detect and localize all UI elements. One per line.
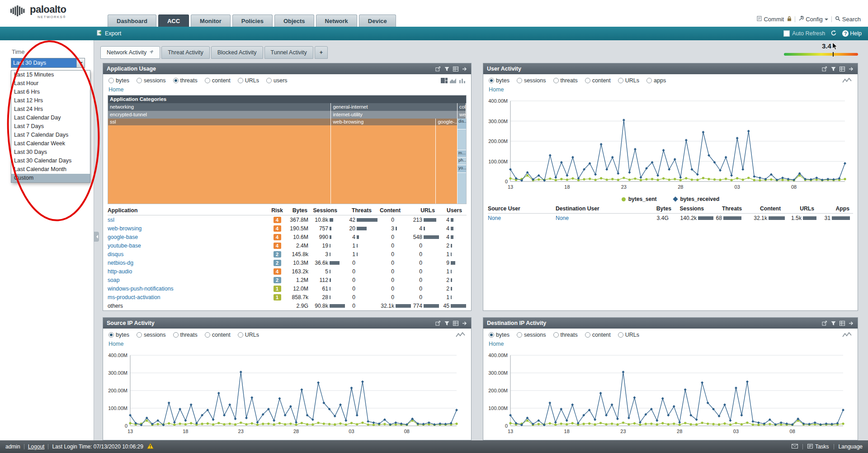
panel-export-icon[interactable] <box>462 321 467 326</box>
maximize-icon[interactable] <box>822 66 827 72</box>
radio-bytes[interactable]: bytes <box>108 332 129 338</box>
column-header-bytes[interactable]: Bytes <box>286 207 312 214</box>
tab-dashboard[interactable]: Dashboard <box>108 14 156 27</box>
time-option-last-12-hrs[interactable]: Last 12 Hrs <box>11 96 90 105</box>
acc-tab-add[interactable]: + <box>315 46 328 59</box>
treemap-block-google[interactable]: google-... <box>436 119 458 204</box>
time-option-last-15-minutes[interactable]: Last 15 Minutes <box>11 71 90 79</box>
panel-export-icon[interactable] <box>849 67 854 72</box>
time-option-last-calendar-day[interactable]: Last Calendar Day <box>11 114 90 122</box>
app-link-soap[interactable]: soap <box>108 277 269 283</box>
treemap-block-ssl[interactable]: ssl <box>108 119 331 204</box>
maximize-icon[interactable] <box>435 320 441 326</box>
column-header-destination-user[interactable]: Destination User <box>556 205 651 212</box>
commit-button[interactable]: Commit <box>757 16 784 23</box>
line-chart-icon[interactable] <box>456 332 466 338</box>
search-button[interactable]: Search <box>835 16 861 23</box>
acc-tab-blocked-activity[interactable]: Blocked Activity <box>211 46 263 59</box>
auto-refresh-checkbox[interactable] <box>783 30 790 37</box>
treemap-block-web-browsing[interactable]: web-browsing <box>331 119 436 204</box>
time-option-last-7-days[interactable]: Last 7 Days <box>11 122 90 131</box>
treemap-block-yo[interactable]: yo... <box>458 165 466 173</box>
sidebar-collapse-button[interactable] <box>94 232 99 242</box>
radio-urls[interactable]: URLs <box>238 332 259 338</box>
filter-icon[interactable] <box>444 321 449 326</box>
time-option-last-calendar-month[interactable]: Last Calendar Month <box>11 165 90 174</box>
treemap-category-encrypted-tunnel[interactable]: encrypted-tunnel <box>108 111 331 119</box>
column-header-threats[interactable]: Threats <box>708 205 746 212</box>
app-link-youtube-base[interactable]: youtube-base <box>108 243 269 249</box>
tab-policies[interactable]: Policies <box>232 14 273 27</box>
breadcrumb-home[interactable]: Home <box>483 339 509 348</box>
breadcrumb-home[interactable]: Home <box>103 339 129 348</box>
bar-view-icon[interactable] <box>459 78 466 83</box>
radio-content[interactable]: content <box>205 332 231 338</box>
language-button[interactable]: Language <box>839 443 863 450</box>
treemap-category-networking[interactable]: networking <box>108 103 331 111</box>
maximize-icon[interactable] <box>435 66 441 72</box>
refresh-icon[interactable] <box>830 30 837 37</box>
table-view-icon[interactable] <box>453 67 458 72</box>
app-link-ssl[interactable]: ssl <box>108 217 269 223</box>
dropdown-caret-button[interactable] <box>76 58 85 67</box>
tab-device[interactable]: Device <box>359 14 396 27</box>
radio-threats[interactable]: threats <box>173 77 198 84</box>
column-header-users[interactable]: Users <box>439 207 467 214</box>
help-button[interactable]: ? Help <box>842 30 862 37</box>
treemap-block-ph[interactable]: ph... <box>458 157 466 165</box>
tab-objects[interactable]: Objects <box>274 14 314 27</box>
filter-icon[interactable] <box>444 67 449 72</box>
app-link-google-base[interactable]: google-base <box>108 234 269 240</box>
time-option-last-30-calendar-days[interactable]: Last 30 Calendar Days <box>11 157 90 165</box>
app-link-netbios-dg[interactable]: netbios-dg <box>108 260 269 266</box>
tab-monitor[interactable]: Monitor <box>191 14 231 27</box>
logout-link[interactable]: Logout <box>28 443 45 450</box>
radio-threats[interactable]: threats <box>553 77 578 84</box>
radio-sessions[interactable]: sessions <box>517 332 546 338</box>
time-option-last-24-hrs[interactable]: Last 24 Hrs <box>11 105 90 114</box>
acc-tab-tunnel-activity[interactable]: Tunnel Activity <box>264 46 313 59</box>
column-header-risk[interactable]: Risk <box>269 207 286 214</box>
time-option-last-calendar-week[interactable]: Last Calendar Week <box>11 139 90 148</box>
radio-threats[interactable]: threats <box>173 332 198 338</box>
auto-refresh-toggle[interactable]: Auto Refresh <box>783 30 825 37</box>
acc-tab-network-activity[interactable]: Network Activity <box>100 46 160 59</box>
radio-urls[interactable]: URLs <box>618 332 639 338</box>
treemap-view-icon[interactable] <box>441 78 448 83</box>
maximize-icon[interactable] <box>822 320 827 326</box>
column-header-urls[interactable]: URLs <box>785 205 819 212</box>
breadcrumb-home[interactable]: Home <box>483 85 509 94</box>
tasks-button[interactable]: Tasks <box>807 443 829 450</box>
treemap-block-dis[interactable]: dis... <box>458 119 466 129</box>
time-dropdown[interactable]: Last 30 Days <box>11 58 85 68</box>
config-button[interactable]: Config <box>798 16 828 23</box>
radio-users[interactable]: users <box>266 77 288 84</box>
radio-threats[interactable]: threats <box>553 332 578 338</box>
column-header-source-user[interactable]: Source User <box>488 205 556 212</box>
app-link-windows-push-notifications[interactable]: windows-push-notifications <box>108 286 269 292</box>
radio-bytes[interactable]: bytes <box>489 77 509 84</box>
app-link-ms-product-activation[interactable]: ms-product-activation <box>108 294 269 300</box>
line-chart-icon[interactable] <box>842 332 852 338</box>
app-link-http-audio[interactable]: http-audio <box>108 268 269 275</box>
radio-apps[interactable]: apps <box>646 77 666 84</box>
time-option-last-7-calendar-days[interactable]: Last 7 Calendar Days <box>11 131 90 139</box>
panel-export-icon[interactable] <box>462 67 467 72</box>
radio-sessions[interactable]: sessions <box>137 332 166 338</box>
destination-user-link[interactable]: None <box>556 215 651 221</box>
column-header-content[interactable]: Content <box>376 207 405 214</box>
filter-icon[interactable] <box>831 67 836 72</box>
radio-sessions[interactable]: sessions <box>517 77 546 84</box>
area-view-icon[interactable] <box>450 78 457 83</box>
table-view-icon[interactable] <box>840 67 845 72</box>
radio-content[interactable]: content <box>585 77 611 84</box>
column-header-application[interactable]: Application <box>108 207 269 214</box>
lock-icon[interactable] <box>787 16 792 23</box>
table-view-icon[interactable] <box>840 321 845 326</box>
panel-export-icon[interactable] <box>849 321 854 326</box>
export-button[interactable]: Export <box>97 30 121 37</box>
time-option-last-30-days[interactable]: Last 30 Days <box>11 148 90 157</box>
table-view-icon[interactable] <box>453 321 458 326</box>
treemap-category-internet-utility[interactable]: internet-utility <box>331 111 458 119</box>
radio-content[interactable]: content <box>585 332 611 338</box>
